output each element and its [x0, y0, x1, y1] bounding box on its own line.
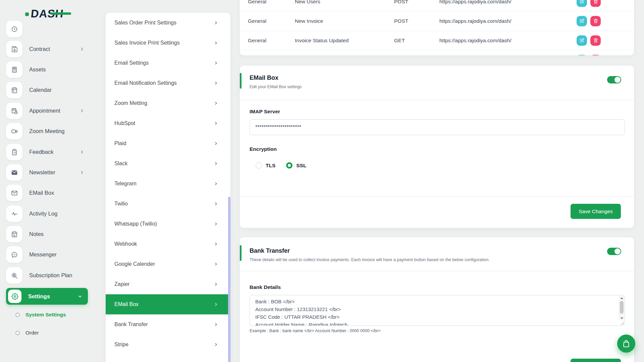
- chevron-right-icon: [79, 108, 85, 113]
- submenu-item-email-notification-settings[interactable]: Email Notification Settings: [106, 73, 230, 93]
- submenu-item-twilio[interactable]: Twilio: [106, 194, 230, 214]
- row-actions: [577, 35, 601, 46]
- submenu-item-hubspot[interactable]: HubSpot: [106, 113, 230, 133]
- chevron-right-icon: [79, 170, 85, 175]
- url-cell: https://apps.rajodiya.com/dash/: [439, 38, 512, 44]
- submenu-item-google-calender[interactable]: Google Calender: [106, 254, 230, 274]
- bank-transfer-card: Bank Transfer These details will be used…: [240, 237, 634, 362]
- submenu-item-email-settings[interactable]: Email Settings: [106, 53, 230, 73]
- brand-logo[interactable]: DASH: [31, 7, 64, 20]
- video-camera-icon: [6, 123, 22, 139]
- submenu-item-slack[interactable]: Slack: [106, 154, 230, 174]
- submenu-item-webhook[interactable]: Webhook: [106, 234, 230, 254]
- submenu-item-sales-invoice-print-settings[interactable]: Sales Invoice Print Settings: [106, 33, 230, 53]
- envelope-filled-icon: [6, 164, 22, 181]
- encryption-label: Encryption: [250, 146, 277, 152]
- chevron-right-icon: [214, 61, 218, 65]
- sidebar-item-contract[interactable]: Contract: [6, 41, 85, 57]
- submenu-item-plaid[interactable]: Plaid: [106, 133, 230, 154]
- submenu-item-paypal[interactable]: Paypal: [106, 355, 230, 362]
- sidebar-item-label: Notes: [29, 231, 44, 237]
- edit-button[interactable]: [577, 0, 587, 7]
- method-cell: GET: [394, 38, 405, 44]
- calculator-icon: [6, 61, 22, 78]
- submenu-item-bank-transfer[interactable]: Bank Transfer: [106, 314, 230, 335]
- scroll-down-icon[interactable]: [619, 316, 624, 320]
- scroll-up-icon[interactable]: [619, 296, 624, 300]
- delete-button[interactable]: [590, 16, 601, 26]
- shopping-bag-fab[interactable]: [617, 335, 635, 353]
- email-box-toggle[interactable]: [607, 76, 621, 83]
- sidebar-item-label: Zoom Meeting: [29, 128, 64, 134]
- sidebar-item-label: Contract: [29, 46, 50, 52]
- card-subtitle: These details will be used to collect in…: [250, 257, 490, 262]
- encryption-options: TLS SSL: [256, 162, 306, 169]
- scrollbar-thumb[interactable]: [620, 301, 624, 314]
- sidebar-subitem-system-settings[interactable]: System Settings: [15, 312, 66, 318]
- sidebar-item-notes[interactable]: Notes: [6, 226, 85, 242]
- submenu-item-zoom-metting[interactable]: Zoom Metting: [106, 93, 230, 113]
- bank-details-label: Bank Details: [250, 284, 281, 290]
- save-changes-button-partial[interactable]: Save Changes: [571, 359, 621, 362]
- chevron-right-icon: [214, 20, 218, 25]
- delete-button[interactable]: [590, 35, 601, 46]
- chevron-right-icon: [214, 322, 218, 327]
- edit-button[interactable]: [577, 35, 587, 46]
- textarea-scrollbar[interactable]: [619, 296, 624, 320]
- tls-radio[interactable]: [256, 162, 262, 169]
- submenu-item-whatsapp-twilio[interactable]: Whatsapp (Twilio): [106, 214, 230, 234]
- submenu-item-telegram[interactable]: Telegram: [106, 174, 230, 194]
- sidebar-item-settings[interactable]: Settings: [6, 288, 88, 305]
- chevron-right-icon: [214, 121, 218, 126]
- sidebar-item-assets[interactable]: Assets: [6, 61, 85, 78]
- ssl-radio-label: SSL: [296, 163, 306, 169]
- submenu-item-stripe[interactable]: Stripe: [106, 335, 230, 355]
- bank-transfer-toggle[interactable]: [607, 248, 621, 255]
- submenu-scrollbar[interactable]: [228, 197, 230, 362]
- ssl-radio[interactable]: [286, 162, 292, 169]
- clock-icon[interactable]: [6, 21, 22, 37]
- sidebar-item-label: EMail Box: [29, 190, 54, 196]
- calendar-icon: [6, 82, 22, 98]
- gear-icon: [8, 290, 21, 303]
- method-cell: POST: [394, 0, 408, 5]
- resize-grip-icon[interactable]: [620, 321, 624, 325]
- sidebar-item-email-box[interactable]: EMail Box: [6, 185, 85, 201]
- event-cell: New Invoice: [295, 18, 323, 24]
- bullet-ring-icon: [15, 313, 20, 317]
- sidebar-item-activity-log[interactable]: Activity Log: [6, 205, 85, 222]
- submenu-item-email-box[interactable]: EMail Box: [106, 294, 230, 314]
- delete-button[interactable]: [590, 55, 601, 55]
- chevron-down-icon: [77, 294, 83, 299]
- edit-button[interactable]: [577, 16, 587, 26]
- imap-server-input[interactable]: [250, 119, 625, 135]
- sidebar-item-zoom-meeting[interactable]: Zoom Meeting: [6, 123, 85, 139]
- url-cell: https://apps.rajodiya.com/dash/: [439, 18, 512, 24]
- chevron-right-icon: [214, 222, 218, 226]
- chevron-right-icon: [214, 342, 218, 347]
- sidebar-item-messenger[interactable]: Messenger: [6, 246, 85, 263]
- table-row: General New Invoice POST https://apps.ra…: [240, 11, 634, 31]
- module-cell: General: [248, 38, 266, 44]
- sidebar-item-feedback[interactable]: Feedback: [6, 144, 85, 160]
- url-cell: https://apps.rajodiya.com/dash/: [439, 0, 512, 5]
- tls-radio-label: TLS: [266, 163, 275, 169]
- save-changes-button[interactable]: Save Changes: [571, 204, 621, 219]
- edit-button[interactable]: [577, 55, 587, 55]
- sub-link-label: System Settings: [25, 312, 66, 318]
- chevron-right-icon: [214, 41, 218, 45]
- sidebar-item-appointment[interactable]: Appointment: [6, 103, 85, 119]
- delete-button[interactable]: [590, 0, 601, 7]
- sidebar-item-calendar[interactable]: Calendar: [6, 82, 85, 98]
- settings-submenu-panel: Sales Order Print Settings Sales Invoice…: [106, 13, 230, 362]
- search-dollar-icon: [6, 267, 22, 284]
- bank-details-textarea[interactable]: Bank : BOB </br> Account Number : 123132…: [250, 295, 625, 326]
- submenu-item-sales-order-print-settings[interactable]: Sales Order Print Settings: [106, 13, 230, 33]
- table-row: General Invoice Status Updated GET https…: [240, 31, 634, 50]
- submenu-item-zapier[interactable]: Zapier: [106, 274, 230, 294]
- chevron-right-icon: [214, 141, 218, 146]
- row-actions: [577, 16, 601, 26]
- sidebar-subitem-order[interactable]: Order: [15, 330, 39, 336]
- sidebar-item-newsletter[interactable]: Newsletter: [6, 164, 85, 181]
- sidebar-item-subscription-plan[interactable]: Subscription Plan: [6, 267, 85, 284]
